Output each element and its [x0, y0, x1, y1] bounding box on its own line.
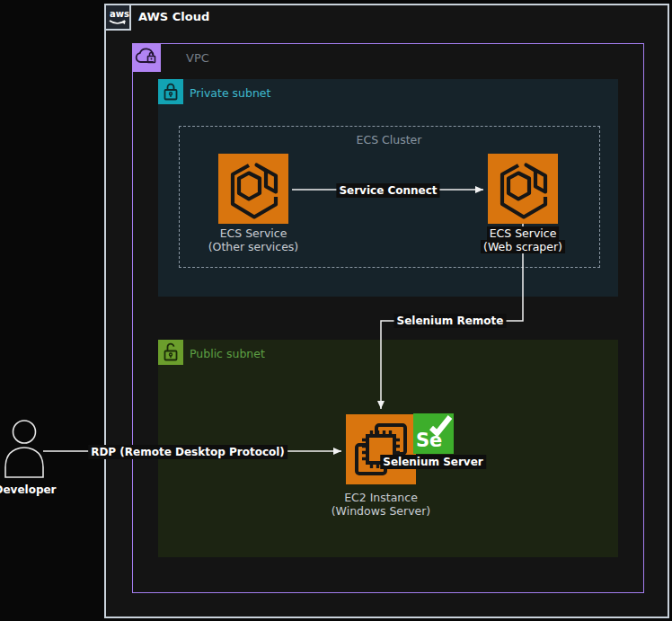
ec2-instance-icon [346, 414, 416, 484]
ec2-instance-title: EC2 Instance [332, 491, 431, 504]
ecs-service-other-subtitle: (Other services) [208, 240, 299, 253]
private-subnet-lock-icon [158, 79, 183, 104]
ecs-service-scraper-title: ECS Service [487, 226, 560, 240]
developer-person-icon [4, 414, 44, 479]
aws-cloud-label: AWS Cloud [138, 10, 209, 23]
public-subnet-label: Public subnet [190, 347, 265, 360]
ecs-service-scraper-icon [488, 154, 558, 224]
public-subnet-lock-icon [158, 340, 183, 365]
architecture-diagram: aws AWS Cloud VPC Private subnet ECS Clu… [0, 0, 672, 621]
ecs-service-other-icon [218, 154, 288, 224]
rdp-label: RDP (Remote Desktop Protocol) [88, 445, 287, 459]
service-connect-label: Service Connect [336, 183, 439, 198]
ecs-service-scraper-caption: ECS Service (Web scraper) [481, 226, 565, 253]
developer-label: Developer [0, 483, 57, 496]
ecs-service-scraper-subtitle: (Web scraper) [481, 240, 565, 253]
aws-logo-icon: aws [104, 4, 131, 31]
selenium-badge-text: Se [416, 430, 442, 451]
selenium-icon: Se [413, 413, 454, 454]
private-subnet-label: Private subnet [190, 86, 270, 100]
selenium-server-label: Selenium Server [380, 455, 486, 469]
ec2-instance-caption: EC2 Instance (Windows Server) [332, 491, 431, 518]
ecs-service-other-caption: ECS Service (Other services) [208, 226, 299, 253]
selenium-remote-label: Selenium Remote [394, 314, 507, 328]
ecs-cluster-label: ECS Cluster [357, 133, 422, 146]
aws-logo-text: aws [110, 9, 129, 19]
ec2-instance-subtitle: (Windows Server) [332, 504, 431, 518]
ecs-service-other-title: ECS Service [208, 226, 299, 240]
vpc-icon [132, 43, 161, 72]
vpc-label: VPC [186, 51, 209, 65]
